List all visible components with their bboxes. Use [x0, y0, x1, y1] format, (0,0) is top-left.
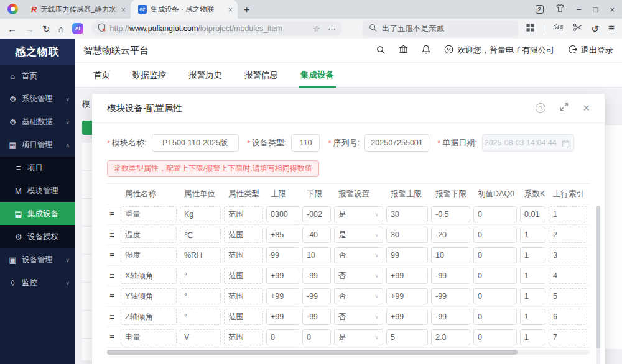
attr-type-input[interactable] [224, 227, 263, 243]
maximize-button[interactable]: □ [593, 5, 598, 14]
attr-name-input[interactable] [121, 329, 177, 345]
upper-limit-input[interactable] [266, 206, 299, 222]
header-search-icon[interactable] [376, 45, 385, 56]
sidebar-item-9[interactable]: ◊监控∨ [0, 271, 75, 294]
nav-tab-2[interactable]: 报警历史 [188, 63, 222, 88]
alarm-setting-select[interactable]: 否∨ [334, 288, 383, 304]
alarm-upper-input[interactable] [386, 329, 428, 345]
theme-shirt-icon[interactable] [555, 4, 565, 15]
fullscreen-expand-icon[interactable] [560, 102, 569, 114]
attr-type-input[interactable] [224, 329, 263, 345]
lower-limit-input[interactable] [302, 288, 331, 304]
alarm-lower-input[interactable] [431, 268, 470, 284]
back-icon[interactable]: ← [7, 24, 17, 34]
new-tab-button[interactable]: + [244, 4, 249, 16]
address-bar[interactable]: http://www.puliangiot.com/iotproject/mod… [91, 21, 342, 36]
organization-bank-icon[interactable] [399, 45, 408, 56]
alarm-setting-select[interactable]: 否∨ [334, 247, 383, 263]
attr-type-input[interactable] [224, 268, 263, 284]
attr-type-input[interactable] [224, 288, 263, 304]
uplink-index-input[interactable] [549, 227, 587, 243]
sidebar-item-3[interactable]: ▦项目管理∧ [0, 134, 75, 157]
browser-tab-2[interactable]: GZ 集成设备 · 感之物联 × [131, 0, 238, 19]
coefficient-k-input[interactable] [520, 288, 545, 304]
minimize-button[interactable]: − [577, 5, 582, 14]
uplink-index-input[interactable] [549, 288, 587, 304]
attr-unit-input[interactable] [180, 329, 221, 345]
alarm-upper-input[interactable] [386, 227, 428, 243]
init-daq0-input[interactable] [473, 247, 517, 263]
alarm-setting-select[interactable]: 是∨ [334, 329, 383, 345]
attr-name-input[interactable] [121, 247, 177, 263]
nav-tab-1[interactable]: 数据监控 [132, 63, 166, 88]
lower-limit-input[interactable] [302, 206, 331, 222]
lower-limit-input[interactable] [302, 268, 331, 284]
lower-limit-input[interactable] [302, 227, 331, 243]
upper-limit-input[interactable] [266, 268, 299, 284]
nav-tab-3[interactable]: 报警信息 [244, 63, 278, 88]
vertical-scroll-thumb[interactable] [596, 206, 600, 348]
alarm-setting-select[interactable]: 是∨ [334, 206, 383, 222]
vertical-scrollbar[interactable] [596, 206, 600, 364]
drag-handle-icon[interactable]: ≡ [107, 230, 117, 240]
drag-handle-icon[interactable]: ≡ [107, 332, 117, 342]
sidebar-item-8[interactable]: ▣设备管理∨ [0, 248, 75, 271]
horizontal-scroll-thumb[interactable] [107, 350, 518, 355]
browser-logo-icon[interactable] [7, 4, 18, 14]
init-daq0-input[interactable] [473, 288, 517, 304]
attr-name-input[interactable] [121, 206, 177, 222]
attr-unit-input[interactable] [180, 247, 221, 263]
browser-search-box[interactable]: 出了五服不是亲戚 [363, 20, 518, 37]
lower-limit-input[interactable] [302, 247, 331, 263]
init-daq0-input[interactable] [473, 206, 517, 222]
upper-limit-input[interactable] [266, 247, 299, 263]
upper-limit-input[interactable] [266, 309, 299, 325]
tab-count-badge[interactable]: 2 [536, 5, 544, 14]
reload-icon[interactable]: ↻ [42, 24, 50, 34]
upper-limit-input[interactable] [266, 288, 299, 304]
tab1-close-icon[interactable]: × [121, 5, 126, 14]
drag-handle-icon[interactable]: ≡ [107, 271, 117, 281]
alarm-upper-input[interactable] [386, 206, 428, 222]
device-type-input[interactable] [291, 134, 320, 152]
attr-type-input[interactable] [224, 206, 263, 222]
account-menu[interactable]: 欢迎您，普量电子有限公司 [444, 45, 554, 56]
attr-unit-input[interactable] [180, 227, 221, 243]
alarm-setting-select[interactable]: 是∨ [334, 227, 383, 243]
sidebar-item-5[interactable]: M模块管理 [0, 180, 75, 202]
init-daq0-input[interactable] [473, 309, 517, 325]
attr-name-input[interactable] [121, 227, 177, 243]
modal-close-icon[interactable]: × [583, 102, 590, 114]
attr-type-input[interactable] [224, 247, 263, 263]
attr-name-input[interactable] [121, 268, 177, 284]
coefficient-k-input[interactable] [520, 247, 545, 263]
coefficient-k-input[interactable] [520, 227, 545, 243]
module-name-input[interactable] [152, 134, 239, 152]
alarm-upper-input[interactable] [386, 268, 428, 284]
drag-handle-icon[interactable]: ≡ [107, 291, 117, 301]
sidebar-item-6[interactable]: ▤集成设备 [0, 202, 75, 225]
alarm-setting-select[interactable]: 否∨ [334, 268, 383, 284]
lower-limit-input[interactable] [302, 309, 331, 325]
window-close-button[interactable]: × [610, 5, 615, 14]
alarm-lower-input[interactable] [431, 206, 470, 222]
favorites-list-icon[interactable] [554, 23, 564, 34]
bookmark-star-icon[interactable]: ☆ [313, 24, 320, 34]
alarm-upper-input[interactable] [386, 288, 428, 304]
forward-icon[interactable]: → [25, 24, 34, 34]
sidebar-item-0[interactable]: ⌂首页 [0, 65, 75, 88]
coefficient-k-input[interactable] [520, 206, 545, 222]
coefficient-k-input[interactable] [520, 329, 545, 345]
logout-button[interactable]: 退出登录 [568, 45, 613, 56]
screenshot-scissors-icon[interactable] [573, 23, 582, 34]
alarm-lower-input[interactable] [431, 329, 470, 345]
attr-unit-input[interactable] [180, 206, 221, 222]
alarm-lower-input[interactable] [431, 288, 470, 304]
nav-tab-4[interactable]: 集成设备 [300, 63, 334, 88]
uplink-index-input[interactable] [549, 268, 587, 284]
alarm-upper-input[interactable] [386, 247, 428, 263]
alarm-upper-input[interactable] [386, 309, 428, 325]
horizontal-scrollbar[interactable] [107, 350, 590, 355]
attr-unit-input[interactable] [180, 268, 221, 284]
init-daq0-input[interactable] [473, 329, 517, 345]
